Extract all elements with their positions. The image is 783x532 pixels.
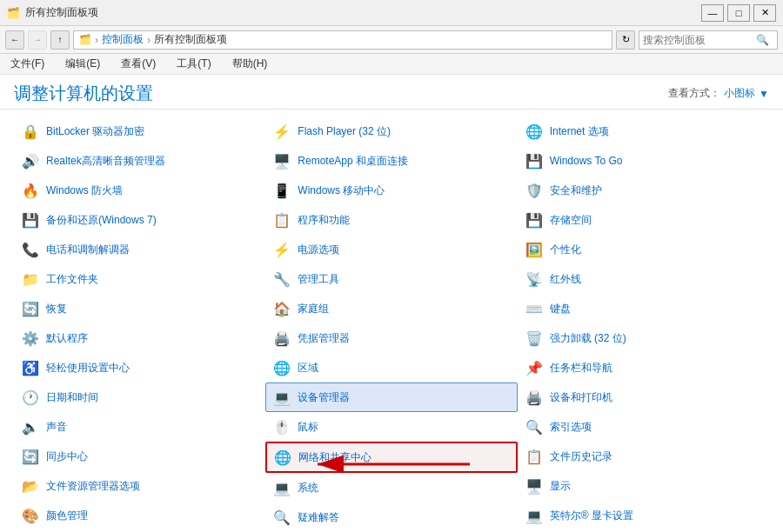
list-item[interactable]: 🖱️鼠标 <box>265 412 517 442</box>
up-button[interactable]: ↑ <box>50 30 70 50</box>
item-icon: 🔄 <box>20 446 41 467</box>
list-item[interactable]: ⚡Flash Player (32 位) <box>265 116 517 146</box>
item-icon: ⚡ <box>271 121 292 142</box>
item-label: 显示 <box>550 480 571 492</box>
item-icon: 📋 <box>524 446 545 467</box>
item-icon: 🖥️ <box>271 150 292 171</box>
menu-file[interactable]: 文件(F) <box>7 55 48 73</box>
list-item[interactable]: ⚙️默认程序 <box>14 323 265 353</box>
list-item[interactable]: 📌任务栏和导航 <box>518 353 769 382</box>
item-icon: 🔊 <box>20 150 41 171</box>
list-item[interactable]: 🔒BitLocker 驱动器加密 <box>14 116 265 146</box>
list-item[interactable]: 🔧管理工具 <box>265 264 517 294</box>
list-item[interactable]: 🛡️安全和维护 <box>518 176 769 205</box>
list-item[interactable]: 🖼️个性化 <box>518 235 769 264</box>
list-item[interactable]: 📁工作文件夹 <box>14 264 265 294</box>
item-icon: 🖼️ <box>524 239 545 260</box>
list-item[interactable]: 💻英特尔® 显卡设置 <box>518 501 769 530</box>
list-item[interactable]: 📋程序和功能 <box>265 205 517 235</box>
item-label: Flash Player (32 位) <box>298 125 391 137</box>
view-dropdown-icon[interactable]: ▼ <box>759 88 769 100</box>
item-icon: 💻 <box>271 477 292 498</box>
item-icon: 💾 <box>524 150 545 171</box>
minimize-button[interactable]: — <box>701 4 724 22</box>
item-label: 存储空间 <box>550 214 592 226</box>
item-icon: 📞 <box>20 239 41 260</box>
search-icon: 🔍 <box>756 34 769 46</box>
list-item[interactable]: 🔍疑难解答 <box>265 502 517 532</box>
item-label: 英特尔® 显卡设置 <box>550 509 633 522</box>
list-item[interactable]: 🔥Windows 防火墙 <box>14 176 265 205</box>
item-label: 设备和打印机 <box>550 391 612 403</box>
menu-tools[interactable]: 工具(T) <box>173 55 214 73</box>
item-label: 设备管理器 <box>298 391 350 403</box>
list-item[interactable]: 🔄恢复 <box>14 294 265 323</box>
close-button[interactable]: ✕ <box>753 4 776 22</box>
forward-button[interactable]: → <box>28 30 47 50</box>
list-item[interactable]: 🔄同步中心 <box>14 442 265 471</box>
maximize-button[interactable]: □ <box>727 4 750 22</box>
address-path[interactable]: 🗂️ › 控制面板 › 所有控制面板项 <box>73 30 612 50</box>
list-item[interactable]: 🏠家庭组 <box>265 294 517 323</box>
item-icon: 📋 <box>271 209 292 230</box>
list-item[interactable]: 🖨️设备和打印机 <box>518 382 769 412</box>
address-bar: ← → ↑ 🗂️ › 控制面板 › 所有控制面板项 ↻ 🔍 <box>0 26 783 54</box>
list-item[interactable]: 💾存储空间 <box>518 205 769 235</box>
page-title: 调整计算机的设置 <box>14 82 153 105</box>
item-icon: 🔄 <box>20 298 41 319</box>
list-item[interactable]: 🖨️凭据管理器 <box>265 323 517 353</box>
menu-edit[interactable]: 编辑(E) <box>62 55 104 73</box>
list-item[interactable]: 🌐Internet 选项 <box>518 116 769 146</box>
item-icon: 📱 <box>271 180 292 201</box>
list-item[interactable]: 📂文件资源管理器选项 <box>14 471 265 501</box>
list-item[interactable]: 🔈声音 <box>14 412 265 442</box>
item-label: 日期和时间 <box>46 391 98 403</box>
list-item[interactable]: ⌨️键盘 <box>518 294 769 323</box>
list-item[interactable]: 💻设备管理器 <box>265 382 517 412</box>
list-item[interactable]: 🔍索引选项 <box>518 412 769 442</box>
search-input[interactable] <box>643 34 756 46</box>
item-label: 备份和还原(Windows 7) <box>46 214 157 226</box>
list-item[interactable]: 💾Windows To Go <box>518 146 769 176</box>
list-item[interactable]: 🔊Realtek高清晰音频管理器 <box>14 146 265 176</box>
list-item[interactable]: 🖥️RemoteApp 和桌面连接 <box>265 146 517 176</box>
item-label: 文件历史记录 <box>550 450 612 462</box>
list-item[interactable]: 📞电话和调制解调器 <box>14 235 265 264</box>
list-item[interactable]: 📋文件历史记录 <box>518 442 769 471</box>
list-item[interactable]: ⚡电源选项 <box>265 235 517 264</box>
item-icon: 🌐 <box>272 447 293 468</box>
list-item[interactable]: 🕐日期和时间 <box>14 382 265 412</box>
item-icon: 🛡️ <box>524 180 545 201</box>
item-icon: 📁 <box>20 269 41 289</box>
list-item[interactable]: ♿轻松使用设置中心 <box>14 353 265 382</box>
item-icon: 🌐 <box>524 121 545 142</box>
list-item[interactable]: 📡红外线 <box>518 264 769 294</box>
list-item[interactable]: 🎨颜色管理 <box>14 501 265 530</box>
item-label: RemoteApp 和桌面连接 <box>298 155 408 167</box>
list-item[interactable]: 💾备份和还原(Windows 7) <box>14 205 265 235</box>
list-item[interactable]: 🗑️强力卸载 (32 位) <box>518 323 769 353</box>
list-item[interactable]: 🌐区域 <box>265 353 517 382</box>
item-label: 电源选项 <box>298 243 339 256</box>
column-0: 🔒BitLocker 驱动器加密🔊Realtek高清晰音频管理器🔥Windows… <box>14 116 265 532</box>
list-item[interactable]: 🖥️显示 <box>518 471 769 501</box>
item-icon: 🔍 <box>524 416 545 437</box>
list-item[interactable]: 📱Windows 移动中心 <box>265 176 517 205</box>
item-label: 疑难解答 <box>298 511 339 523</box>
list-item[interactable]: 💻系统 <box>265 473 517 502</box>
item-icon: 💻 <box>271 387 292 408</box>
item-label: 颜色管理 <box>46 509 88 522</box>
item-icon: 📡 <box>524 269 545 289</box>
view-mode-link[interactable]: 小图标 <box>724 86 755 101</box>
menu-help[interactable]: 帮助(H) <box>229 55 271 73</box>
item-label: 家庭组 <box>298 303 329 315</box>
search-box[interactable]: 🔍 <box>639 30 778 50</box>
content-header: 调整计算机的设置 查看方式： 小图标 ▼ <box>0 75 783 110</box>
menu-bar: 文件(F) 编辑(E) 查看(V) 工具(T) 帮助(H) <box>0 54 783 75</box>
menu-view[interactable]: 查看(V) <box>117 55 159 73</box>
back-button[interactable]: ← <box>5 30 24 50</box>
refresh-button[interactable]: ↻ <box>616 30 635 50</box>
item-label: Realtek高清晰音频管理器 <box>46 155 165 167</box>
item-label: 管理工具 <box>298 273 339 285</box>
list-item[interactable]: 🌐网络和共享中心 <box>265 442 517 473</box>
